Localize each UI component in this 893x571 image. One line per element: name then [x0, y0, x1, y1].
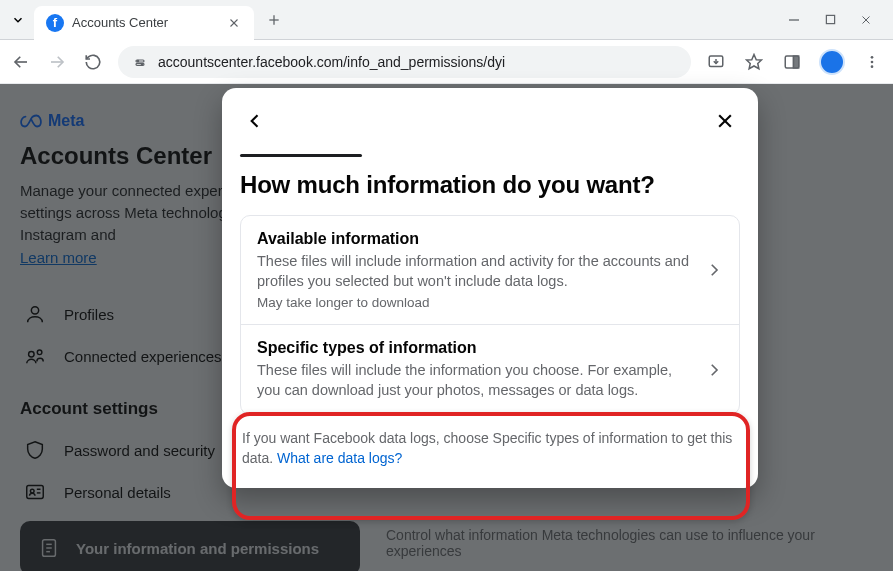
modal-close-button[interactable]: [710, 106, 740, 136]
url-text: accountscenter.facebook.com/info_and_per…: [158, 54, 677, 70]
svg-marker-16: [747, 54, 762, 68]
facebook-favicon: f: [46, 14, 64, 32]
url-input[interactable]: accountscenter.facebook.com/info_and_per…: [118, 46, 691, 78]
nav-back-button[interactable]: [10, 51, 32, 73]
svg-point-22: [871, 65, 874, 68]
window-close-button[interactable]: [859, 13, 873, 27]
svg-point-20: [871, 56, 874, 59]
browser-tab[interactable]: f Accounts Center: [34, 6, 254, 40]
progress-indicator: [240, 154, 362, 157]
svg-point-21: [871, 60, 874, 63]
new-tab-button[interactable]: [260, 6, 288, 34]
side-panel-icon[interactable]: [781, 51, 803, 73]
install-app-icon[interactable]: [705, 51, 727, 73]
option-title: Available information: [257, 230, 693, 248]
modal-title: How much information do you want?: [240, 171, 740, 199]
modal-back-button[interactable]: [240, 106, 270, 136]
option-description: These files will include information and…: [257, 252, 693, 291]
option-note: May take longer to download: [257, 295, 693, 310]
site-settings-icon: [132, 54, 148, 70]
tab-close-button[interactable]: [226, 15, 242, 31]
browser-address-bar: accountscenter.facebook.com/info_and_per…: [0, 40, 893, 84]
bookmark-star-icon[interactable]: [743, 51, 765, 73]
modal-footnote: If you want Facebook data logs, choose S…: [240, 429, 740, 468]
nav-reload-button[interactable]: [82, 51, 104, 73]
svg-point-12: [137, 60, 138, 61]
option-available-information[interactable]: Available information These files will i…: [241, 216, 739, 324]
option-list: Available information These files will i…: [240, 215, 740, 415]
svg-rect-19: [794, 56, 799, 68]
chevron-left-icon: [245, 111, 265, 131]
info-amount-modal: How much information do you want? Availa…: [222, 88, 758, 488]
window-minimize-button[interactable]: [787, 13, 801, 27]
window-controls: [787, 13, 887, 27]
tab-title: Accounts Center: [72, 15, 218, 30]
option-title: Specific types of information: [257, 339, 693, 357]
chevron-right-icon: [705, 361, 723, 379]
chevron-right-icon: [705, 261, 723, 279]
svg-rect-5: [826, 15, 834, 23]
what-are-data-logs-link[interactable]: What are data logs?: [277, 450, 402, 466]
nav-forward-button[interactable]: [46, 51, 68, 73]
browser-menu-button[interactable]: [861, 51, 883, 73]
option-specific-types[interactable]: Specific types of information These file…: [241, 325, 739, 414]
profile-avatar-button[interactable]: [819, 49, 845, 75]
window-maximize-button[interactable]: [823, 13, 837, 27]
tab-search-dropdown[interactable]: [6, 8, 30, 32]
svg-point-13: [141, 63, 142, 64]
browser-tab-strip: f Accounts Center: [0, 0, 893, 40]
option-description: These files will include the information…: [257, 361, 693, 400]
close-icon: [715, 111, 735, 131]
